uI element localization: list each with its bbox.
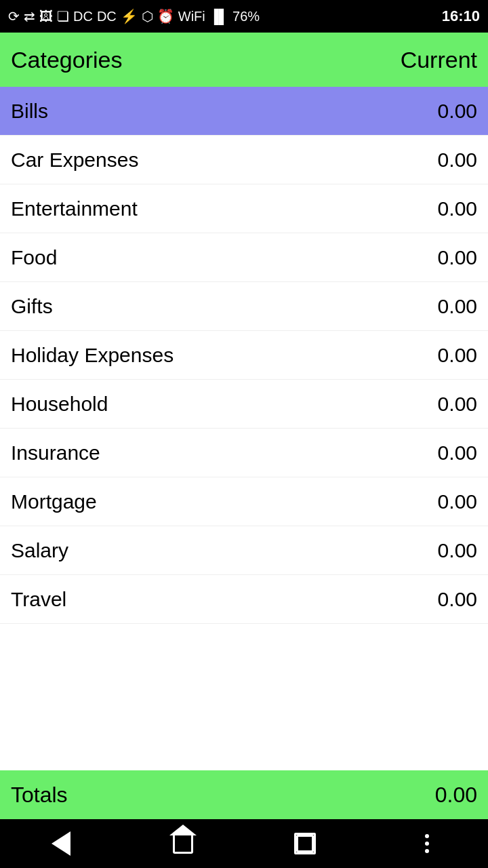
header: Categories Current <box>0 33 488 87</box>
row-value: 0.00 <box>438 588 477 611</box>
app-icon-6: DC <box>97 9 117 24</box>
table-row[interactable]: Car Expenses0.00 <box>0 136 488 184</box>
row-category: Car Expenses <box>11 149 138 172</box>
bluetooth-icon: ⚡ <box>121 8 138 24</box>
totals-label: Totals <box>11 783 68 808</box>
row-category: Bills <box>11 100 48 123</box>
app-icon-4: ❏ <box>57 8 69 24</box>
row-category: Travel <box>11 588 66 611</box>
row-category: Salary <box>11 539 68 562</box>
totals-value: 0.00 <box>435 783 477 808</box>
row-value: 0.00 <box>438 295 477 318</box>
status-icons: ⟳ ⇄ 🖼 ❏ DC DC ⚡ ⬡ ⏰ WiFi ▐▌ 76% <box>8 8 260 24</box>
row-category: Insurance <box>11 441 100 465</box>
row-category: Gifts <box>11 295 53 318</box>
table-row[interactable]: Gifts0.00 <box>0 282 488 331</box>
row-value: 0.00 <box>438 393 477 416</box>
alarm-icon: ⏰ <box>157 8 174 24</box>
wifi-icon: WiFi <box>178 9 205 24</box>
status-bar: ⟳ ⇄ 🖼 ❏ DC DC ⚡ ⬡ ⏰ WiFi ▐▌ 76% 16:10 <box>0 0 488 33</box>
app-icon-5: DC <box>73 9 93 24</box>
nfc-icon: ⬡ <box>142 8 153 24</box>
app-icon-2: ⇄ <box>24 8 35 24</box>
recents-button[interactable] <box>285 823 325 864</box>
navigation-bar <box>0 819 488 868</box>
table-row[interactable]: Mortgage0.00 <box>0 477 488 526</box>
table-row[interactable]: Holiday Expenses0.00 <box>0 331 488 380</box>
table-row[interactable]: Entertainment0.00 <box>0 184 488 233</box>
table-row[interactable]: Bills0.00 <box>0 87 488 136</box>
row-value: 0.00 <box>438 441 477 465</box>
status-time: 16:10 <box>442 7 480 25</box>
table-row[interactable]: Travel0.00 <box>0 575 488 624</box>
row-category: Household <box>11 393 108 416</box>
row-value: 0.00 <box>438 246 477 269</box>
row-value: 0.00 <box>438 149 477 172</box>
table-row[interactable]: Household0.00 <box>0 380 488 429</box>
current-label: Current <box>401 47 477 73</box>
totals-bar: Totals 0.00 <box>0 770 488 819</box>
app-icon-3: 🖼 <box>39 9 53 24</box>
row-value: 0.00 <box>438 100 477 123</box>
more-button[interactable] <box>407 823 447 864</box>
row-value: 0.00 <box>438 490 477 513</box>
back-button[interactable] <box>41 823 81 864</box>
row-category: Holiday Expenses <box>11 344 174 367</box>
categories-label: Categories <box>11 47 122 73</box>
row-value: 0.00 <box>438 539 477 562</box>
home-button[interactable] <box>163 823 203 864</box>
row-category: Entertainment <box>11 197 138 220</box>
table-row[interactable]: Insurance0.00 <box>0 429 488 477</box>
table-row[interactable]: Food0.00 <box>0 233 488 282</box>
table-row[interactable]: Salary0.00 <box>0 526 488 575</box>
battery-icon: 76% <box>232 9 260 24</box>
app-icon-1: ⟳ <box>8 8 20 24</box>
row-value: 0.00 <box>438 344 477 367</box>
row-category: Food <box>11 246 57 269</box>
signal-icon: ▐▌ <box>209 9 228 24</box>
categories-table: Bills0.00Car Expenses0.00Entertainment0.… <box>0 87 488 770</box>
row-category: Mortgage <box>11 490 97 513</box>
row-value: 0.00 <box>438 197 477 220</box>
